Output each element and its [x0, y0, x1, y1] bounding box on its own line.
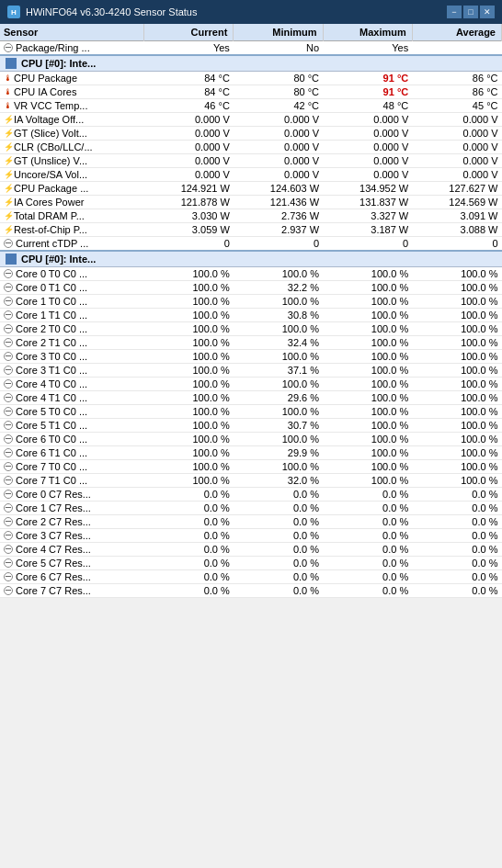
core-sensor-average: 0.0 %: [412, 557, 501, 570]
cpu-section1-header: CPU [#0]: Inte...: [0, 55, 502, 72]
sensor-average: 0: [412, 237, 501, 252]
core-sensor-row: Core 2 T0 C0 ... 100.0 % 100.0 % 100.0 %…: [0, 322, 502, 336]
sensor-current: 124.921 W: [144, 182, 234, 196]
cpu-section2-header: CPU [#0]: Inte...: [0, 251, 502, 267]
core-sensor-minimum: 100.0 %: [234, 350, 323, 364]
core-sensor-name-cell: Core 1 T0 C0 ...: [0, 295, 144, 309]
sensor-average: 0.000 V: [412, 113, 501, 127]
collapse-icon[interactable]: [4, 434, 13, 444]
sensor-current: 0.000 V: [144, 154, 234, 168]
core-sensor-name-cell: Core 4 T1 C0 ...: [0, 391, 144, 405]
collapse-icon[interactable]: [4, 531, 13, 540]
window-title: HWiNFO64 v6.30-4240 Sensor Status: [26, 6, 197, 17]
sensor-name-cell: ⚡ GT (Unslice) V...: [0, 154, 144, 168]
core-sensor-average: 100.0 %: [412, 405, 501, 419]
core-sensor-current: 100.0 %: [144, 460, 234, 474]
core-sensor-maximum: 100.0 %: [323, 281, 412, 295]
collapse-icon[interactable]: [4, 407, 13, 416]
collapse-icon[interactable]: [4, 283, 13, 292]
sensor-maximum: 3.327 W: [323, 209, 412, 223]
sensor-average: 0.000 V: [412, 141, 501, 154]
minimize-button[interactable]: −: [447, 6, 462, 18]
core-sensor-current: 0.0 %: [144, 570, 234, 584]
sensor-maximum: 3.187 W: [323, 223, 412, 237]
collapse-icon[interactable]: [4, 545, 13, 554]
collapse-icon[interactable]: [4, 43, 13, 52]
collapse-icon[interactable]: [4, 517, 13, 526]
core-sensor-name-cell: Core 0 C7 Res...: [0, 488, 144, 502]
sensor-name-cell: ⚡ IA Voltage Off...: [0, 113, 144, 127]
sensor-average: 0.000 V: [412, 168, 501, 182]
close-button[interactable]: ✕: [480, 6, 495, 18]
collapse-icon[interactable]: [4, 239, 13, 248]
sensor-maximum: 0.000 V: [323, 141, 412, 154]
collapse-icon[interactable]: [4, 366, 13, 375]
core-sensor-maximum: 0.0 %: [323, 584, 412, 598]
core-sensor-row: Core 1 T1 C0 ... 100.0 % 30.8 % 100.0 % …: [0, 309, 502, 322]
power-icon: ⚡: [4, 225, 11, 234]
sensor-minimum: 2.736 W: [234, 209, 323, 223]
collapse-icon[interactable]: [4, 572, 13, 581]
core-sensor-name-cell: Core 1 C7 Res...: [0, 502, 144, 515]
sensor-average: 0.000 V: [412, 127, 501, 141]
core-sensor-row: Core 3 C7 Res... 0.0 % 0.0 % 0.0 % 0.0 %: [0, 529, 502, 543]
core-sensor-average: 100.0 %: [412, 378, 501, 391]
collapse-icon[interactable]: [4, 448, 13, 457]
collapse-icon[interactable]: [4, 379, 13, 389]
sensor-row: Current cTDP ... 0 0 0 0: [0, 237, 502, 252]
collapse-icon[interactable]: [4, 586, 13, 595]
sensor-row: ⚡ IA Voltage Off... 0.000 V 0.000 V 0.00…: [0, 113, 502, 127]
collapse-icon[interactable]: [4, 352, 13, 361]
core-sensor-maximum: 100.0 %: [323, 364, 412, 378]
core-sensor-row: Core 4 C7 Res... 0.0 % 0.0 % 0.0 % 0.0 %: [0, 543, 502, 557]
sensor-current: 3.030 W: [144, 209, 234, 223]
core-sensor-maximum: 0.0 %: [323, 502, 412, 515]
collapse-icon[interactable]: [4, 338, 13, 347]
collapse-icon[interactable]: [4, 297, 13, 306]
sensor-row: ⚡ CPU Package ... 124.921 W 124.603 W 13…: [0, 182, 502, 196]
sensor-name-cell: ⚡ GT (Slice) Volt...: [0, 127, 144, 141]
collapse-icon[interactable]: [4, 490, 13, 499]
core-sensor-minimum: 32.4 %: [234, 336, 323, 350]
core-sensor-current: 100.0 %: [144, 474, 234, 488]
core-sensor-current: 100.0 %: [144, 446, 234, 460]
cpu-section2-icon: [6, 254, 17, 265]
core-sensor-minimum: 100.0 %: [234, 433, 323, 446]
core-sensor-name-cell: Core 1 T1 C0 ...: [0, 309, 144, 322]
core-sensor-row: Core 6 T1 C0 ... 100.0 % 29.9 % 100.0 % …: [0, 446, 502, 460]
collapse-icon[interactable]: [4, 269, 13, 278]
col-header-average: Average: [412, 24, 501, 41]
core-sensor-current: 0.0 %: [144, 488, 234, 502]
collapse-icon[interactable]: [4, 503, 13, 513]
core-sensor-minimum: 30.7 %: [234, 419, 323, 433]
title-bar-left: H HWiNFO64 v6.30-4240 Sensor Status: [7, 6, 197, 18]
core-sensor-average: 100.0 %: [412, 322, 501, 336]
collapse-icon[interactable]: [4, 558, 13, 568]
sensor-current: 0: [144, 237, 234, 252]
core-sensor-maximum: 0.0 %: [323, 543, 412, 557]
package-ring-current: Yes: [144, 41, 234, 56]
core-sensor-maximum: 100.0 %: [323, 378, 412, 391]
sensor-row: ⚡ IA Cores Power 121.878 W 121.436 W 131…: [0, 196, 502, 209]
collapse-icon[interactable]: [4, 421, 13, 430]
core-sensor-maximum: 100.0 %: [323, 419, 412, 433]
maximize-button[interactable]: □: [463, 6, 478, 18]
core-sensor-row: Core 5 T1 C0 ... 100.0 % 30.7 % 100.0 % …: [0, 419, 502, 433]
core-sensor-name-cell: Core 2 T0 C0 ...: [0, 322, 144, 336]
sensor-minimum: 42 °C: [234, 99, 323, 113]
core-sensor-current: 100.0 %: [144, 281, 234, 295]
core-sensor-name-cell: Core 0 T0 C0 ...: [0, 267, 144, 281]
sensor-minimum: 0.000 V: [234, 154, 323, 168]
collapse-icon[interactable]: [4, 476, 13, 485]
collapse-icon[interactable]: [4, 310, 13, 320]
sensor-current: 84 °C: [144, 72, 234, 85]
core-sensor-current: 0.0 %: [144, 584, 234, 598]
core-sensor-row: Core 3 T1 C0 ... 100.0 % 37.1 % 100.0 % …: [0, 364, 502, 378]
collapse-icon[interactable]: [4, 462, 13, 471]
core-sensor-maximum: 0.0 %: [323, 488, 412, 502]
core-sensor-maximum: 0.0 %: [323, 557, 412, 570]
core-sensor-current: 100.0 %: [144, 419, 234, 433]
collapse-icon[interactable]: [4, 324, 13, 333]
sensor-maximum: 0.000 V: [323, 168, 412, 182]
collapse-icon[interactable]: [4, 393, 13, 402]
